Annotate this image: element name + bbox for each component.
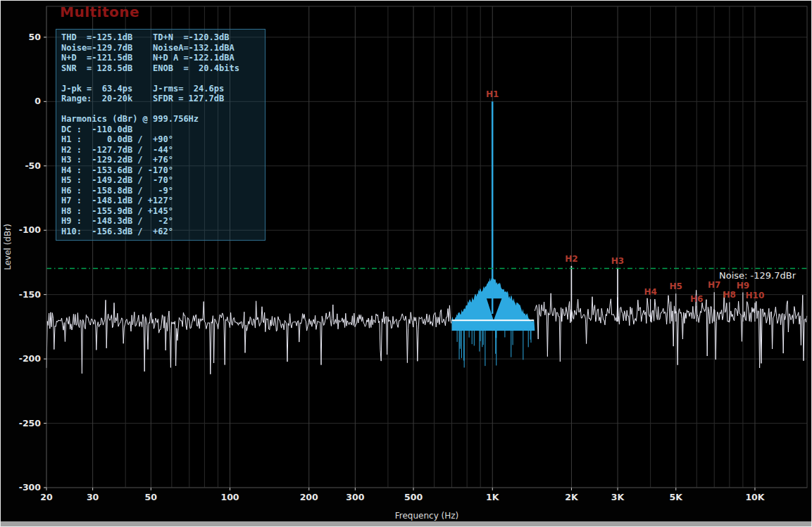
chart-title: Multitone [60, 4, 139, 20]
harmonic-label-H2: H2 [565, 254, 577, 264]
y-tick-label: -300 [19, 482, 42, 493]
stats-line: Range: 20-20k SFDR = 127.7dB [61, 94, 260, 104]
stats-line: H9 : -148.3dB / -2° [61, 216, 260, 227]
y-tick-label: 50 [29, 32, 42, 42]
y-tick-label: -100 [19, 224, 42, 235]
stats-line: DC : -110.0dB [61, 125, 260, 135]
harmonic-label-H7: H7 [708, 280, 720, 290]
stats-line: THD =-125.1dB TD+N =-120.3dB [61, 32, 260, 43]
stats-panel: THD =-125.1dB TD+N =-120.3dBNoise=-129.7… [56, 29, 266, 241]
harmonic-label-H6: H6 [690, 294, 703, 304]
harmonic-label-H9: H9 [737, 281, 749, 291]
stats-line: H7 : -148.1dB / +127° [61, 196, 260, 206]
stats-line: H3 : -129.2dB / +76° [61, 155, 260, 165]
x-tick-label: 100 [220, 492, 239, 502]
x-tick-label: 50 [145, 492, 158, 502]
x-tick-label: 30 [87, 492, 99, 502]
x-tick-label: 200 [300, 492, 318, 502]
window-bottom-bar [1, 521, 811, 526]
y-tick-label: -150 [19, 289, 42, 300]
x-tick-label: 1K [486, 492, 500, 502]
stats-line: H1 : 0.0dB / +90° [61, 134, 260, 145]
stats-line: H8 : -155.9dB / +145° [61, 206, 260, 217]
multitone-analyzer-window: H1H2H3H4H5H6H7H8H9H10500-50-100-150-200-… [0, 0, 812, 527]
y-axis-title: Level (dBr) [3, 224, 13, 270]
harmonic-label-H4: H4 [644, 287, 656, 297]
stats-line: SNR = 128.5dB ENOB = 20.4bits [61, 63, 260, 74]
x-axis-title: Frequency (Hz) [395, 511, 459, 521]
noise-floor-annotation: Noise: -129.7dBr [719, 270, 796, 281]
harmonic-label-H10: H10 [746, 291, 765, 300]
harmonic-label-H1: H1 [486, 89, 499, 99]
x-tick-label: 2K [565, 492, 579, 502]
stats-line: H5 : -149.2dB / -70° [61, 175, 260, 186]
stats-line: N+D =-121.5dB N+D A =-122.1dBA [61, 53, 260, 63]
y-tick-label: 0 [35, 96, 41, 106]
y-tick-label: -50 [25, 160, 41, 171]
stats-line [61, 73, 260, 84]
stats-line: J-pk = 63.4ps J-rms= 24.6ps [61, 84, 260, 94]
harmonic-label-H3: H3 [611, 256, 624, 266]
y-tick-label: -200 [19, 353, 42, 364]
y-tick-label: -250 [19, 418, 42, 428]
x-tick-label: 3K [611, 492, 625, 502]
harmonic-label-H5: H5 [670, 281, 682, 291]
x-tick-label: 300 [346, 492, 364, 502]
stats-line: Noise=-129.7dB NoiseA=-132.1dBA [61, 43, 260, 53]
stats-line: H6 : -158.8dB / -9° [61, 186, 260, 196]
stats-line: Harmonics (dBr) @ 999.756Hz [61, 114, 260, 125]
stats-line: H2 : -127.7dB / -44° [61, 145, 260, 155]
stats-line [61, 104, 260, 115]
x-tick-label: 10K [745, 492, 765, 502]
stats-line: H4 : -153.6dB / -170° [61, 165, 260, 176]
x-tick-label: 5K [670, 492, 684, 502]
stats-line: H10: -156.3dB / +62° [61, 227, 260, 237]
harmonic-label-H8: H8 [723, 290, 736, 300]
x-tick-label: 20 [40, 492, 53, 502]
x-tick-label: 500 [404, 492, 423, 502]
